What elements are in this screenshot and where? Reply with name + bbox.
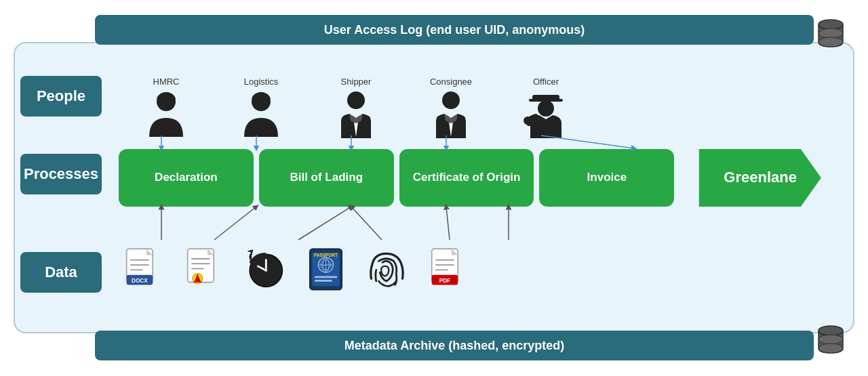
data-row: DOCX [119,242,841,303]
metadata-archive-label: Metadata Archive (hashed, encrypted) [344,339,564,353]
hmrc-label: HMRC [153,77,180,87]
svg-point-12 [524,117,532,125]
history-icon [241,249,288,296]
greenlane-label: Greenlane [724,169,797,186]
svg-point-7 [442,91,460,109]
svg-text:PASSPORT: PASSPORT [314,253,338,257]
people-row: HMRC Logistics Shipper [119,52,841,140]
person-consignee: Consignee [403,77,498,140]
person-hmrc: HMRC [119,77,214,140]
svg-rect-36 [315,276,337,278]
metadata-archive-bar: Metadata Archive (hashed, encrypted) [95,331,814,360]
database-icon-bottom [814,322,848,359]
person-shipper: Shipper [309,77,403,140]
certificate-doc-icon [180,247,227,298]
shipper-icon [336,89,376,140]
database-icon-top [814,16,848,53]
svg-text:PDF: PDF [439,277,450,283]
officer-icon [522,89,570,140]
processes-row: Declaration Bill of Lading Certificate o… [119,147,841,208]
svg-point-1 [818,28,843,38]
svg-point-5 [347,91,365,109]
person-officer: Officer [498,77,593,140]
consignee-label: Consignee [430,77,472,87]
person-logistics: Logistics [214,77,309,140]
data-label: Data [20,252,102,293]
logistics-icon [241,89,281,140]
user-access-log-bar: User Access Log (end user UID, anonymous… [95,15,814,45]
shipper-label: Shipper [341,77,372,87]
processes-label: Processes [20,154,102,194]
svg-point-47 [818,335,843,344]
svg-point-11 [538,100,554,117]
svg-rect-37 [315,280,332,282]
svg-point-2 [818,37,843,47]
officer-label: Officer [533,77,559,87]
invoice-box: Invoice [539,149,674,207]
hmrc-icon [146,89,186,140]
fingerprint-icon [363,249,410,296]
svg-text:DOCX: DOCX [131,277,147,283]
declaration-box: Declaration [119,149,254,207]
main-diagram: User Access Log (end user UID, anonymous… [14,15,854,360]
consignee-icon [431,89,471,140]
pdf-icon: PDF [424,247,471,298]
certificate-of-origin-box: Certificate of Origin [399,149,534,207]
svg-point-48 [818,343,843,353]
passport-icon: PASSPORT [302,247,349,298]
docx-icon: DOCX [119,247,166,298]
logistics-label: Logistics [244,77,279,87]
bill-of-lading-box: Bill of Lading [259,149,394,207]
user-access-log-label: User Access Log (end user UID, anonymous… [324,23,585,37]
people-label: People [20,76,102,117]
